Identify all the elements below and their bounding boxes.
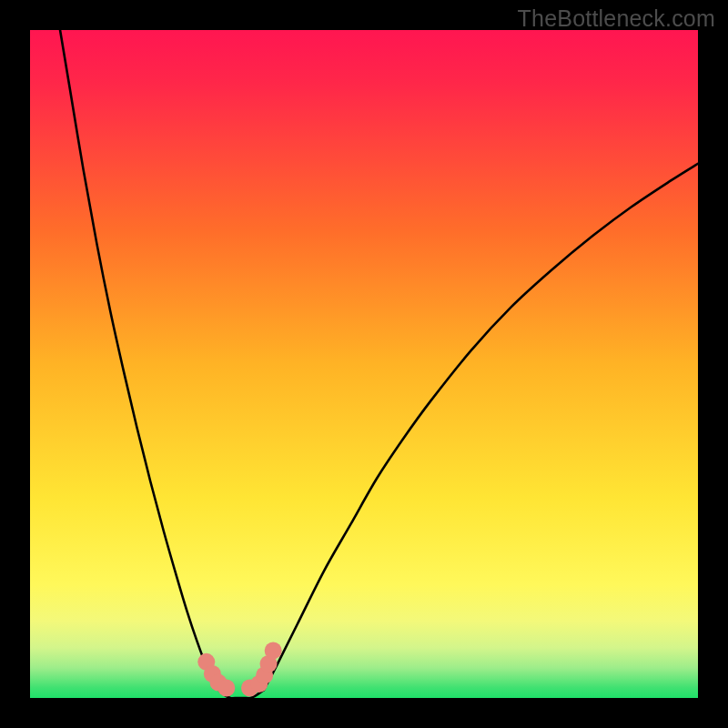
chart-frame: TheBottleneck.com — [0, 0, 728, 728]
highlight-marker — [217, 679, 235, 696]
watermark-text: TheBottleneck.com — [518, 5, 715, 32]
gradient-background — [30, 30, 698, 698]
chart-plot — [30, 30, 698, 698]
highlight-marker — [265, 642, 282, 659]
